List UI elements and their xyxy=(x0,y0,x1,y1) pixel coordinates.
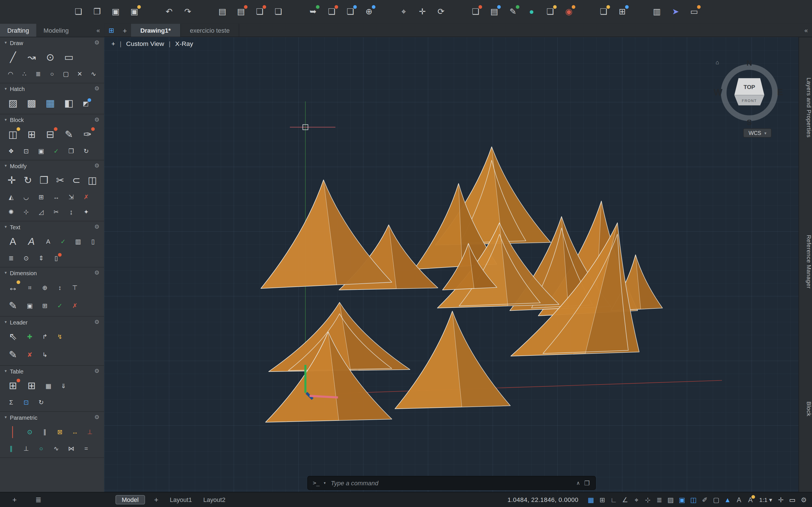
object-snap-tracking-icon[interactable]: ⊹ xyxy=(643,494,653,505)
multileader-style-icon[interactable]: ✎ xyxy=(5,347,20,363)
horizontal-constraint-icon[interactable]: ↔ xyxy=(69,426,81,438)
data-link-icon[interactable]: ⊡ xyxy=(20,396,32,408)
polyline-icon[interactable]: ↝ xyxy=(24,49,39,65)
dim-center-icon[interactable]: ⊞ xyxy=(39,299,51,311)
text-columns-icon[interactable]: ▥ xyxy=(72,235,84,247)
display-settings-icon[interactable]: ▭ xyxy=(687,4,701,20)
scale-text-icon[interactable]: ⇕ xyxy=(35,252,47,264)
tab-overflow-button[interactable]: « xyxy=(800,24,812,37)
smooth-constraint-icon[interactable]: ∿ xyxy=(50,442,62,454)
visual-style-menu[interactable]: X-Ray xyxy=(175,40,193,48)
spell-check-icon[interactable]: ✓ xyxy=(57,235,69,247)
ortho-mode-icon[interactable]: ∟ xyxy=(608,494,619,505)
workspace-switching-icon[interactable]: ✛ xyxy=(776,494,786,505)
gear-icon[interactable]: ⚙ xyxy=(94,223,100,230)
dynamic-ucs-icon[interactable]: ✐ xyxy=(700,494,710,505)
dim-ordinate-icon[interactable]: ⊤ xyxy=(69,281,81,293)
wcs-dropdown[interactable]: WCS ▾ xyxy=(744,128,772,138)
break-point-icon[interactable]: ✕ xyxy=(74,68,85,80)
zoom-window-icon[interactable]: ⌖ xyxy=(397,4,411,20)
redo-icon[interactable]: ↷ xyxy=(181,4,195,20)
linear-dimension-icon[interactable]: ↔ xyxy=(5,279,20,295)
3d-scene[interactable] xyxy=(104,37,799,492)
layout-tab-model[interactable]: Model xyxy=(116,495,145,504)
undo-icon[interactable]: ↶ xyxy=(162,4,176,20)
sync-attributes-icon[interactable]: ✑ xyxy=(80,126,95,142)
dim-update-icon[interactable]: ✓ xyxy=(54,299,66,311)
dynamic-input-icon[interactable]: ▢ xyxy=(711,494,721,505)
write-block-icon[interactable]: ⊟ xyxy=(43,126,58,142)
export-pdf-icon[interactable]: ❏ xyxy=(325,4,339,20)
block-pages-icon[interactable]: ❐ xyxy=(65,145,77,157)
command-history-icon[interactable]: ❐ xyxy=(584,480,590,487)
selection-preview-icon[interactable]: ▲ xyxy=(722,494,733,505)
sheet-set-icon[interactable]: ❏ xyxy=(597,4,611,20)
drawing-canvas[interactable]: + | Custom View | X-Ray ⌂ N E S W TOP FR… xyxy=(104,37,799,492)
rotate-icon[interactable]: ↻ xyxy=(21,172,35,188)
gear-icon[interactable]: ⚙ xyxy=(94,270,100,276)
dim-radius-icon[interactable]: ⊕ xyxy=(39,281,51,293)
linear-constraint-icon[interactable]: │ xyxy=(5,424,20,440)
gear-icon[interactable]: ⚙ xyxy=(94,116,100,123)
explode-icon[interactable]: ✺ xyxy=(5,206,17,218)
open-file-icon[interactable]: ❐ xyxy=(90,4,104,20)
join-icon[interactable]: ⊹ xyxy=(20,206,32,218)
section-header[interactable]: ▾Table⚙ xyxy=(0,366,104,377)
compass-north[interactable]: N xyxy=(747,59,752,67)
attach-xref-icon[interactable]: ❖ xyxy=(5,145,17,157)
home-icon[interactable]: ⌂ xyxy=(716,59,719,65)
equal-constraint-icon[interactable]: = xyxy=(80,442,92,454)
tool-sets-icon[interactable]: ❏ xyxy=(469,4,483,20)
hatch-edit-icon[interactable]: ◩ xyxy=(80,97,92,109)
stretch-icon[interactable]: ↔ xyxy=(50,191,62,203)
export-pdf-text-icon[interactable]: ▯ xyxy=(50,252,62,264)
reverse-icon[interactable]: ↨ xyxy=(65,206,77,218)
quick-select-icon[interactable]: ● xyxy=(525,4,539,20)
justify-text-icon[interactable]: ≣ xyxy=(5,252,17,264)
command-input[interactable] xyxy=(330,479,572,487)
collect-leaders-icon[interactable]: ↯ xyxy=(54,331,66,342)
section-header[interactable]: ▾Modify⚙ xyxy=(0,160,104,171)
create-block-icon[interactable]: ⊞ xyxy=(24,126,39,142)
parallel-constraint-icon[interactable]: ∥ xyxy=(5,442,17,454)
section-header[interactable]: ▾Hatch⚙ xyxy=(0,83,104,94)
set-base-point-icon[interactable]: ⊡ xyxy=(20,145,32,157)
pan-icon[interactable]: ✛ xyxy=(415,4,429,20)
clean-screen-icon[interactable]: ▭ xyxy=(787,494,798,505)
print-icon[interactable]: ▤ xyxy=(215,4,230,20)
palette-tab-drafting[interactable]: Drafting xyxy=(0,24,36,37)
section-header[interactable]: ▾Block⚙ xyxy=(0,114,104,125)
polar-tracking-icon[interactable]: ∠ xyxy=(620,494,630,505)
collapse-panel-button[interactable]: « xyxy=(93,24,104,37)
snap-mode-icon[interactable]: ⊞ xyxy=(597,494,608,505)
viewcube[interactable]: ⌂ N E S W TOP FRONT xyxy=(715,58,784,127)
mirror-icon[interactable]: ◭ xyxy=(5,191,17,203)
table-style-icon[interactable]: ⊞ xyxy=(24,378,39,394)
break-icon[interactable]: ✂ xyxy=(50,206,62,218)
collapsed-panel-block[interactable]: Block xyxy=(799,401,812,416)
block-attribute-icon[interactable]: ▣ xyxy=(35,145,47,157)
block-update-icon[interactable]: ↻ xyxy=(80,145,92,157)
add-leader-icon[interactable]: ✚ xyxy=(24,331,36,342)
dim-vertical-icon[interactable]: ↕ xyxy=(54,281,66,293)
align-leaders-icon[interactable]: ↱ xyxy=(39,331,51,342)
lineweight-display-icon[interactable]: ≣ xyxy=(654,494,665,505)
collapsed-panel-layers-and-properties[interactable]: Layers and Properties xyxy=(799,78,812,138)
annotation-monitor-icon[interactable]: ❏ xyxy=(543,4,557,20)
section-header[interactable]: ▾Dimension⚙ xyxy=(0,268,104,279)
gear-icon[interactable]: ⚙ xyxy=(94,163,100,169)
collapsed-panel-reference-manager[interactable]: Reference Manager xyxy=(799,235,812,289)
section-header[interactable]: ▾Draw⚙ xyxy=(0,37,104,48)
leader-landing-icon[interactable]: ↳ xyxy=(39,349,51,360)
hatch-pattern-icon[interactable]: ▩ xyxy=(24,95,39,111)
plot-icon[interactable]: ▤ xyxy=(234,4,248,20)
annotation-visibility-icon[interactable]: A xyxy=(734,494,744,505)
offset-icon[interactable]: ⊂ xyxy=(70,172,83,188)
fillet-icon[interactable]: ◡ xyxy=(20,191,32,203)
share-icon[interactable]: ➤ xyxy=(668,4,682,20)
properties-palette-icon[interactable]: ▤ xyxy=(487,4,501,20)
update-table-icon[interactable]: ↻ xyxy=(35,396,47,408)
gradient-icon[interactable]: ▦ xyxy=(43,95,58,111)
viewcube-front-face[interactable]: FRONT xyxy=(734,95,764,106)
text-frame-icon[interactable]: ▯ xyxy=(87,235,99,247)
